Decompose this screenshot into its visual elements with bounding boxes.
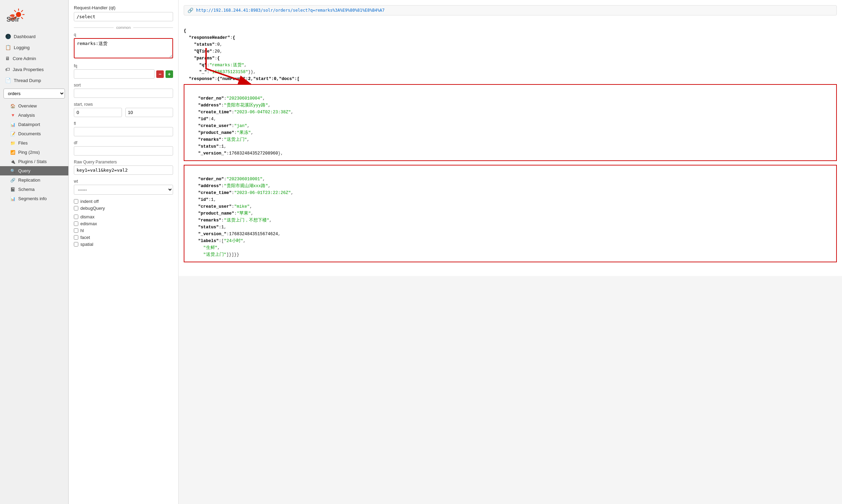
sidebar-item-ping[interactable]: 📶 Ping (2ms) — [0, 148, 68, 157]
fl-label: fl — [74, 121, 173, 126]
facet-row: facet — [74, 235, 173, 240]
sidebar-item-segments-info[interactable]: 📊 Segments info — [0, 194, 68, 203]
svg-line-4 — [21, 18, 23, 19]
sidebar-item-documents[interactable]: 📝 Documents — [0, 129, 68, 138]
hl-row: hl — [74, 228, 173, 233]
wt-select[interactable]: ------ json xml csv — [74, 185, 173, 195]
dataimport-icon: 📊 — [10, 122, 15, 127]
indent-off-checkbox[interactable] — [74, 199, 78, 204]
analysis-icon: 🔻 — [10, 113, 15, 118]
sidebar-item-dataimport[interactable]: 📊 Dataimport — [0, 120, 68, 129]
ping-icon: 📶 — [10, 150, 15, 155]
svg-text:Solr: Solr — [7, 15, 20, 23]
plugins-stats-icon: 🔌 — [10, 159, 15, 164]
sidebar-item-replication[interactable]: 🔗 Replication — [0, 175, 68, 185]
df-group: df — [74, 140, 173, 156]
svg-line-5 — [14, 10, 16, 12]
sidebar-item-core-admin[interactable]: 🖥 Core Admin — [0, 53, 68, 64]
start-input[interactable] — [74, 108, 122, 117]
handler-input[interactable] — [74, 12, 173, 21]
sidebar-item-query[interactable]: 🔍 Query — [0, 166, 68, 175]
sort-label: sort — [74, 83, 173, 88]
debug-query-row: debugQuery — [74, 206, 173, 211]
sidebar-item-schema[interactable]: 📓 Schema — [0, 185, 68, 194]
thread-dump-icon: 📄 — [5, 78, 11, 83]
sort-input[interactable] — [74, 89, 173, 98]
wt-label: wt — [74, 179, 173, 184]
handler-label: Request-Handler (qt) — [74, 5, 173, 10]
response-panel-wrapper: 🔗 http://192.168.244.41:8983/solr/orders… — [179, 0, 842, 504]
facet-checkbox[interactable] — [74, 235, 78, 240]
indent-off-label[interactable]: indent off — [80, 199, 99, 204]
q-group: q remarks:送货 — [74, 32, 173, 59]
query-icon: 🔍 — [10, 169, 15, 173]
query-panel: Request-Handler (qt) common q remarks:送货… — [69, 0, 179, 504]
edismax-row: edismax — [74, 221, 173, 226]
common-divider: common — [74, 25, 173, 30]
spatial-row: spatial — [74, 242, 173, 247]
response-panel: 🔗 http://192.168.244.41:8983/solr/orders… — [179, 0, 842, 276]
core-selector[interactable]: orders — [3, 89, 65, 99]
main-content: Request-Handler (qt) common q remarks:送货… — [69, 0, 842, 504]
q-input[interactable]: remarks:送货 — [74, 38, 173, 58]
q-label: q — [74, 32, 173, 37]
hl-label[interactable]: hl — [80, 228, 84, 233]
sidebar-item-dashboard[interactable]: 🌑 Dashboard — [0, 31, 68, 42]
core-admin-icon: 🖥 — [5, 56, 10, 61]
highlighted-result-1: "order_no":"202306010004", "address":"贵阳… — [184, 84, 837, 161]
facet-label[interactable]: facet — [80, 235, 90, 240]
edismax-checkbox[interactable] — [74, 221, 78, 226]
fq-remove-button[interactable]: − — [156, 70, 164, 78]
url-icon: 🔗 — [187, 8, 193, 13]
rows-input[interactable] — [125, 108, 173, 117]
spatial-checkbox[interactable] — [74, 242, 78, 247]
wt-group: wt ------ json xml csv — [74, 179, 173, 195]
replication-icon: 🔗 — [10, 178, 15, 183]
sidebar-item-overview[interactable]: 🏠 Overview — [0, 101, 68, 111]
hl-checkbox[interactable] — [74, 228, 78, 233]
url-bar: 🔗 http://192.168.244.41:8983/solr/orders… — [184, 5, 837, 15]
fq-group: fq − + — [74, 64, 173, 79]
sidebar-item-files[interactable]: 📁 Files — [0, 138, 68, 148]
debug-query-checkbox[interactable] — [74, 206, 78, 210]
fl-input[interactable] — [74, 127, 173, 136]
response-body: { "responseHeader":{ "status":0, "QTime"… — [184, 21, 837, 271]
sidebar: Solr 🌑 Dashboard 📋 Logging 🖥 Core Admin … — [0, 0, 69, 504]
logging-icon: 📋 — [5, 45, 11, 50]
dashboard-icon: 🌑 — [5, 34, 11, 39]
sidebar-item-plugins-stats[interactable]: 🔌 Plugins / Stats — [0, 157, 68, 166]
raw-query-group: Raw Query Parameters — [74, 160, 173, 175]
df-input[interactable] — [74, 146, 173, 156]
handler-group: Request-Handler (qt) — [74, 5, 173, 21]
java-properties-icon: 🏷 — [5, 67, 10, 72]
fl-group: fl — [74, 121, 173, 136]
overview-icon: 🏠 — [10, 104, 15, 108]
sidebar-item-analysis[interactable]: 🔻 Analysis — [0, 111, 68, 120]
logo-area: Solr — [0, 0, 68, 31]
df-label: df — [74, 140, 173, 145]
sidebar-item-java-properties[interactable]: 🏷 Java Properties — [0, 64, 68, 75]
start-rows-group: start, rows — [74, 102, 173, 117]
start-rows-label: start, rows — [74, 102, 173, 107]
url-text: http://192.168.244.41:8983/solr/orders/s… — [196, 8, 385, 13]
sidebar-item-thread-dump[interactable]: 📄 Thread Dump — [0, 75, 68, 86]
dismax-label[interactable]: dismax — [80, 214, 94, 219]
start-rows-inputs — [74, 108, 173, 117]
fq-input[interactable] — [74, 69, 155, 79]
dismax-checkbox[interactable] — [74, 215, 78, 219]
dismax-row: dismax — [74, 214, 173, 219]
raw-query-label: Raw Query Parameters — [74, 160, 173, 164]
indent-off-row: indent off — [74, 199, 173, 204]
raw-query-input[interactable] — [74, 165, 173, 175]
svg-line-2 — [21, 10, 23, 12]
files-icon: 📁 — [10, 141, 15, 146]
documents-icon: 📝 — [10, 131, 15, 136]
segments-info-icon: 📊 — [10, 196, 15, 201]
solr-logo-icon: Solr — [5, 7, 26, 26]
fq-add-button[interactable]: + — [166, 70, 173, 78]
fq-row: − + — [74, 69, 173, 79]
debug-query-label[interactable]: debugQuery — [80, 206, 105, 211]
edismax-label[interactable]: edismax — [80, 221, 97, 226]
sidebar-item-logging[interactable]: 📋 Logging — [0, 42, 68, 53]
spatial-label[interactable]: spatial — [80, 242, 93, 247]
